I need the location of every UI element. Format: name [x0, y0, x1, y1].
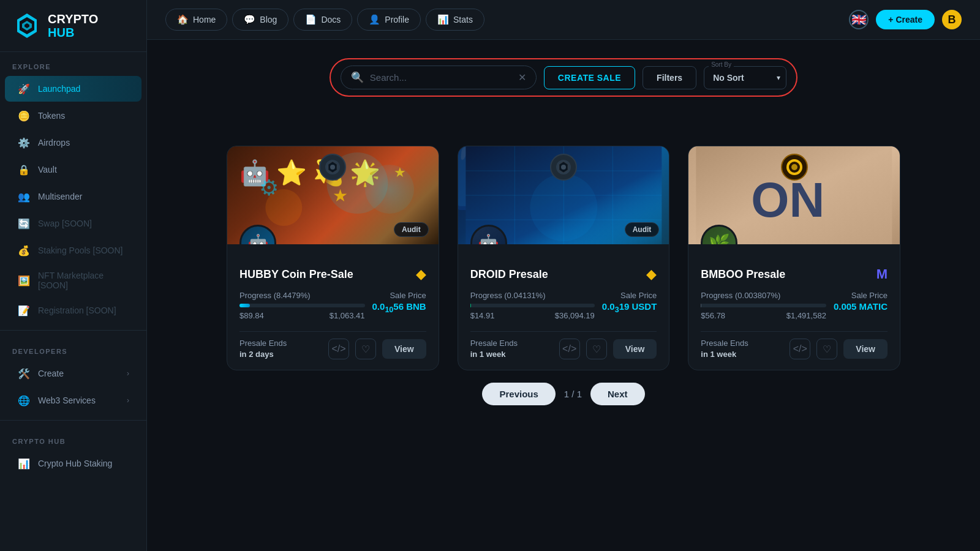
web3-icon: 🌐	[17, 394, 31, 407]
card-hubby-avatar: 🤖	[239, 225, 276, 244]
card-droid-code-button[interactable]: </>	[559, 339, 580, 359]
sidebar-item-tokens[interactable]: 🪙 Tokens	[5, 103, 141, 129]
card-hubby-sale-label: Sale Price	[390, 291, 426, 300]
sidebar-label-airdrops: Airdrops	[38, 138, 70, 148]
card-bmboo-title-row: BMBOO Presale M	[701, 266, 888, 282]
search-toolbar: 🔍 ✕ CREATE SALE Filters Sort By No Sort …	[330, 58, 797, 97]
card-hubby-code-button[interactable]: </>	[328, 339, 349, 359]
svg-point-11	[330, 165, 335, 170]
card-droid-progress: Progress (0.04131%) Sale Price $14.91 $	[470, 291, 657, 325]
card-droid-body: DROID Presale ◆ Progress (0.04131%) Sale…	[458, 244, 669, 370]
sidebar-item-swap: 🔄 Swap [SOON]	[5, 211, 141, 236]
clear-search-icon[interactable]: ✕	[518, 72, 526, 83]
card-hubby-title-row: HUBBY Coin Pre-Sale ◆	[239, 266, 426, 282]
card-droid-footer: Presale Ends in 1 week </> ♡ View	[470, 331, 657, 360]
sidebar-label-swap: Swap [SOON]	[38, 219, 92, 228]
search-input-wrap[interactable]: 🔍 ✕	[341, 66, 537, 89]
vault-icon: 🔒	[17, 163, 31, 176]
sidebar-item-web3[interactable]: 🌐 Web3 Services ›	[5, 388, 141, 413]
nav-home-button[interactable]: 🏠 Home	[165, 9, 227, 31]
blog-icon: 💬	[244, 14, 255, 25]
sidebar-item-staking: 💰 Staking Pools [SOON]	[5, 238, 141, 263]
staking-icon: 💰	[17, 244, 31, 257]
search-icon: 🔍	[351, 71, 364, 84]
card-bmboo-avatar: 🌿	[701, 225, 737, 244]
svg-point-27	[791, 164, 797, 170]
next-button[interactable]: Next	[590, 383, 645, 405]
create-sale-button[interactable]: CREATE SALE	[544, 66, 635, 89]
svg-text:ON: ON	[752, 173, 825, 227]
heart-icon: ♡	[823, 343, 831, 355]
sidebar-item-create[interactable]: 🛠️ Create ›	[5, 361, 141, 386]
card-bmboo-body: BMBOO Presale M Progress (0.003807%) Sal…	[688, 244, 900, 370]
nav-profile-button[interactable]: 👤 Profile	[357, 9, 421, 31]
sidebar-item-registration: 📝 Registration [SOON]	[5, 298, 141, 323]
sidebar-item-hub-staking[interactable]: 📊 Crypto Hub Staking	[5, 451, 141, 476]
card-hubby-banner: ⚙ ★ ★ 🤖 Audit	[227, 146, 439, 244]
swap-icon: 🔄	[17, 217, 31, 230]
previous-button[interactable]: Previous	[482, 383, 555, 405]
content-area: 🔍 ✕ CREATE SALE Filters Sort By No Sort …	[147, 40, 980, 551]
page-indicator: 1 / 1	[564, 389, 582, 399]
card-droid-progress-bar-bg	[470, 304, 595, 307]
card-hubby-title: HUBBY Coin Pre-Sale	[239, 268, 353, 281]
card-hubby-presale-ends: Presale Ends in 2 days	[239, 338, 287, 360]
card-droid-favorite-button[interactable]: ♡	[586, 339, 607, 359]
card-bmboo-favorite-button[interactable]: ♡	[816, 339, 837, 359]
heart-icon: ♡	[361, 343, 370, 355]
sidebar-label-staking: Staking Pools [SOON]	[38, 246, 123, 255]
card-droid-avatar: 🤖	[470, 225, 507, 244]
svg-point-5	[265, 189, 302, 226]
card-droid-chain-badge: ◆	[646, 266, 657, 282]
svg-text:⚙: ⚙	[259, 175, 279, 200]
card-droid-progress-label: Progress (0.04131%)	[470, 291, 546, 300]
sidebar-item-multisender[interactable]: 👥 Multisender	[5, 184, 141, 209]
sidebar: CRYPTO HUB EXPLORE 🚀 Launchpad 🪙 Tokens …	[0, 0, 147, 551]
search-input[interactable]	[370, 72, 512, 83]
card-bmboo-chain-badge: M	[876, 266, 888, 282]
card-bmboo-chain-icon	[781, 154, 808, 181]
card-hubby-amounts: $89.84 $1,063.41	[239, 311, 365, 320]
svg-text:★: ★	[333, 186, 348, 205]
logo[interactable]: CRYPTO HUB	[0, 0, 146, 52]
sidebar-item-airdrops[interactable]: ⚙️ Airdrops	[5, 130, 141, 156]
card-bmboo-amounts: $56.78 $1,491,582	[701, 311, 826, 320]
cryptohub-section-label: CRYPTO HUB	[0, 427, 146, 450]
nav-docs-button[interactable]: 📄 Docs	[293, 9, 352, 31]
card-bmboo-progress-bar-bg	[701, 304, 826, 307]
card-bmboo-code-button[interactable]: </>	[790, 339, 810, 359]
sidebar-label-vault: Vault	[38, 165, 57, 174]
sidebar-item-launchpad[interactable]: 🚀 Launchpad	[5, 76, 141, 102]
card-bmboo-banner: ON 🌿	[688, 146, 900, 244]
card-bmboo-progress-label: Progress (0.003807%)	[701, 291, 780, 300]
sidebar-item-vault[interactable]: 🔒 Vault	[5, 157, 141, 182]
card-droid-audit-badge: Audit	[625, 222, 660, 237]
card-droid: 🤖 Audit DROID Presale ◆ Progress (0.0413…	[458, 146, 670, 370]
sort-select[interactable]: No Sort By Date By Progress By Name	[704, 66, 786, 89]
card-bmboo-sale-price: 0.005 MATIC	[834, 301, 888, 312]
explore-section-label: EXPLORE	[0, 52, 146, 75]
card-hubby-view-button[interactable]: View	[382, 339, 426, 359]
card-bmboo-sale-label: Sale Price	[851, 291, 888, 300]
sidebar-label-hub-staking: Crypto Hub Staking	[38, 459, 112, 468]
nav-docs-label: Docs	[321, 15, 341, 24]
airdrops-icon: ⚙️	[17, 136, 31, 149]
card-hubby-chain-badge: ◆	[416, 266, 426, 282]
card-bmboo-view-button[interactable]: View	[843, 339, 888, 359]
card-hubby-progress-bar	[239, 304, 250, 307]
card-droid-actions: </> ♡ View	[559, 339, 657, 359]
card-bmboo-title: BMBOO Presale	[701, 268, 785, 281]
sidebar-divider-2	[0, 420, 146, 421]
language-flag[interactable]: 🇬🇧	[849, 10, 869, 29]
card-droid-view-button[interactable]: View	[613, 339, 657, 359]
card-hubby-chain-icon	[319, 154, 346, 181]
nav-stats-button[interactable]: 📊 Stats	[426, 9, 484, 31]
filters-button[interactable]: Filters	[643, 66, 696, 89]
create-button[interactable]: + Create	[876, 10, 935, 29]
heart-icon: ♡	[592, 343, 601, 355]
card-droid-presale-ends: Presale Ends in 1 week	[470, 338, 518, 360]
card-hubby-progress-bar-bg	[239, 304, 365, 307]
sidebar-item-nft: 🖼️ NFT Marketplace [SOON]	[5, 264, 141, 296]
nav-blog-button[interactable]: 💬 Blog	[232, 9, 288, 31]
card-hubby-favorite-button[interactable]: ♡	[355, 339, 376, 359]
